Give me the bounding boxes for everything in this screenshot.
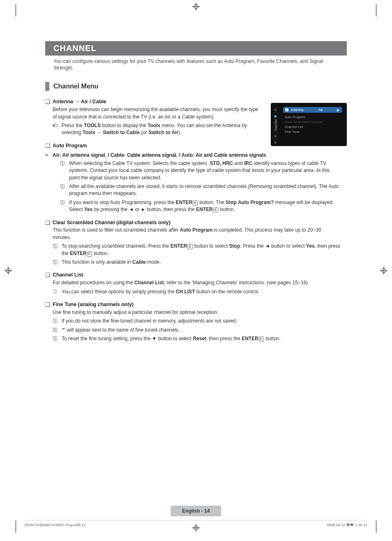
- text: Yes: [306, 243, 315, 249]
- intro-text: You can configure various settings for y…: [45, 56, 347, 79]
- text: Antenna: [53, 99, 73, 104]
- section-title: Channel Menu: [53, 83, 98, 90]
- svg-line-19: [62, 185, 63, 188]
- clearscrambled-note-1: To stop searching scrambled channels: Pr…: [62, 243, 341, 257]
- note-icon: [53, 335, 62, 341]
- text: Yes: [84, 207, 93, 212]
- page-content: CHANNEL You can configure various settin…: [45, 41, 347, 348]
- text: This function is only available in: [62, 259, 132, 265]
- channellist-heading: Channel List: [53, 272, 83, 279]
- text: Tools: [148, 123, 160, 128]
- svg-line-22: [62, 201, 63, 204]
- enter-icon: E: [87, 251, 92, 257]
- note-icon: [60, 160, 69, 166]
- text: . Press the ◄ button to select: [240, 243, 306, 249]
- text: For detailed procedures on using the: [53, 280, 134, 286]
- text: Stop: [229, 243, 240, 249]
- square-bullet-icon: ❏: [45, 98, 53, 105]
- arrow-right-icon: →: [74, 99, 80, 104]
- autoprogram-note-1: When selecting the Cable TV system: Sele…: [69, 160, 341, 181]
- footer-right: 2009-04-10 �� 1:26:11: [327, 523, 367, 527]
- clearscrambled-body: This function is used to filter out scra…: [45, 227, 341, 241]
- clearscrambled-heading: Clear Scrambled Channel (digital channel…: [53, 219, 171, 226]
- text: button.: [92, 251, 109, 256]
- svg-point-32: [55, 292, 55, 293]
- autoprogram-signal-heading: Air: Air antenna signal. / Cable: Cable …: [53, 152, 266, 158]
- enter-icon: E: [259, 337, 264, 342]
- registration-mark-icon: [4, 267, 12, 275]
- text: ENTER: [242, 336, 258, 341]
- text: CH LIST: [176, 289, 195, 295]
- channellist-body: For detailed procedures on using the Cha…: [45, 279, 341, 286]
- text: ENTER: [171, 243, 187, 249]
- small-square-bullet-icon: ■: [45, 152, 53, 158]
- clearscrambled-note-2: This function is only available in Cable…: [62, 259, 341, 266]
- crop-mark: [374, 4, 376, 16]
- text: This function is used to filter out scra…: [53, 227, 180, 233]
- section-rule-icon: [45, 82, 49, 91]
- text: →: [95, 130, 103, 135]
- note-icon: [60, 199, 69, 205]
- svg-line-35: [54, 319, 55, 323]
- text: Switch to Cable: [103, 130, 139, 135]
- autoprogram-note-2: After all the available channels are sto…: [69, 183, 341, 197]
- text: Channel List: [134, 280, 164, 286]
- svg-line-38: [54, 328, 55, 332]
- text: Switch to Air: [148, 130, 178, 135]
- svg-line-25: [55, 244, 56, 248]
- antenna-body: Before your television can begin memoriz…: [45, 106, 259, 121]
- note-icon: [53, 318, 62, 323]
- footer: [8000-SA]BN68-01988G-Eng.indb 14 2009-04…: [25, 520, 367, 527]
- text: Tools: [83, 130, 95, 135]
- note-icon: [60, 183, 69, 189]
- text: STD, HRC: [210, 160, 233, 166]
- finetune-note-2: '*' will appear next to the name of fine…: [62, 327, 341, 334]
- channellist-note-1: You can select these options by simply p…: [62, 288, 341, 295]
- text: by pressing the ◄ or ► button, then pres…: [92, 207, 196, 212]
- svg-line-26: [54, 244, 55, 248]
- square-bullet-icon: ❏: [45, 219, 53, 226]
- page-title: CHANNEL: [53, 44, 97, 53]
- svg-line-23: [62, 201, 62, 204]
- crop-mark: [16, 4, 18, 16]
- text: (or: [140, 130, 148, 135]
- finetune-heading: Fine Tune (analog channels only): [53, 301, 134, 308]
- registration-mark-icon: [192, 2, 200, 11]
- svg-line-17: [62, 162, 62, 165]
- clearscrambled-block: ❏ Clear Scrambled Channel (digital chann…: [45, 219, 347, 266]
- square-bullet-icon: ❏: [45, 142, 53, 149]
- square-bullet-icon: ❏: [45, 272, 53, 279]
- antenna-block: ❏ Antenna → Air / Cable Before your tele…: [45, 98, 347, 136]
- svg-rect-14: [53, 125, 55, 126]
- antenna-heading: Antenna → Air / Cable: [53, 98, 106, 105]
- text: Reset: [193, 336, 206, 341]
- text: Stop Auto Program?: [226, 200, 274, 205]
- text: ENTER: [196, 207, 213, 212]
- text: button on the remote control.: [195, 289, 259, 295]
- svg-line-41: [54, 337, 55, 340]
- finetune-body: Use fine tuning to manually adjust a par…: [45, 309, 341, 316]
- text: If you want to stop Auto Programming, pr…: [69, 200, 175, 205]
- crop-mark: [374, 520, 376, 533]
- text: ).: [178, 130, 181, 135]
- channellist-block: ❏ Channel List For detailed procedures o…: [45, 272, 347, 295]
- note-icon: [53, 243, 62, 248]
- text: , refer to the 'Managing Channels' instr…: [164, 280, 308, 286]
- svg-line-37: [55, 328, 56, 332]
- autoprogram-note-3: If you want to stop Auto Programming, pr…: [69, 199, 341, 214]
- text: You can select these options by simply p…: [62, 289, 176, 295]
- tools-icon: [53, 122, 62, 128]
- antenna-note: Press the TOOLS button to display the To…: [62, 122, 259, 137]
- square-bullet-icon: ❏: [45, 301, 53, 308]
- text: When selecting the Cable TV system: Sele…: [69, 160, 210, 166]
- text: Cable: [132, 259, 146, 265]
- text: To stop searching scrambled channels: Pr…: [62, 243, 171, 249]
- text: ENTER: [175, 200, 192, 205]
- text: button to select: [193, 243, 229, 249]
- text: IRC: [244, 160, 253, 166]
- svg-line-28: [55, 260, 56, 264]
- autoprogram-heading: Auto Program: [53, 142, 87, 149]
- text: button to display the: [101, 123, 148, 128]
- svg-line-20: [62, 185, 62, 188]
- text: , then press the: [206, 336, 242, 341]
